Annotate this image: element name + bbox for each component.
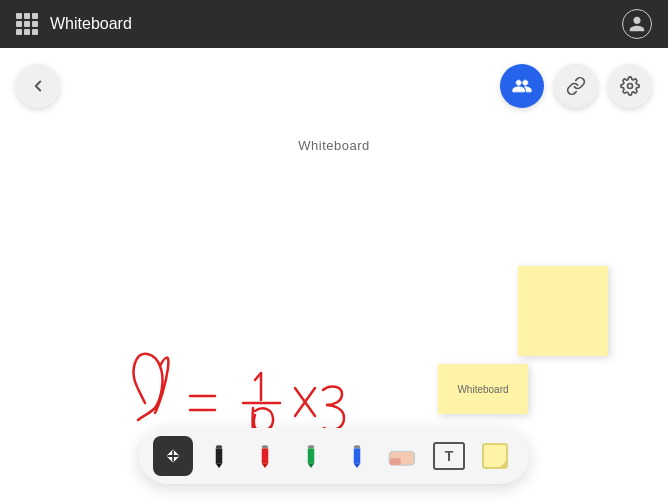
black-pen-button[interactable] [199, 436, 239, 476]
bottom-toolbar: T [139, 428, 529, 484]
participants-button[interactable] [500, 64, 544, 108]
svg-rect-15 [308, 448, 315, 463]
svg-rect-21 [390, 458, 401, 465]
svg-marker-16 [308, 464, 315, 468]
svg-rect-18 [354, 448, 361, 463]
eraser-button[interactable] [383, 436, 423, 476]
sticky-note-1[interactable] [518, 266, 608, 356]
sticky-note-2[interactable]: Whiteboard [438, 364, 528, 414]
svg-point-0 [628, 84, 633, 89]
black-pen-icon [206, 437, 232, 475]
sticky-note-icon [479, 440, 511, 472]
settings-button[interactable] [608, 64, 652, 108]
green-pen-button[interactable] [291, 436, 331, 476]
svg-rect-12 [262, 448, 269, 463]
svg-rect-11 [262, 445, 269, 448]
svg-marker-19 [354, 464, 361, 468]
move-icon [162, 445, 184, 467]
eraser-icon [385, 438, 421, 474]
share-button[interactable] [554, 64, 598, 108]
topbar: Whiteboard [0, 0, 668, 48]
move-tool-button[interactable] [153, 436, 193, 476]
canvas-label: Whiteboard [298, 138, 369, 153]
grid-icon[interactable] [16, 13, 38, 35]
red-pen-icon [252, 437, 278, 475]
top-actions [16, 64, 652, 108]
text-tool-button[interactable]: T [429, 436, 469, 476]
svg-rect-9 [216, 448, 223, 463]
back-button[interactable] [16, 64, 60, 108]
green-pen-icon [298, 437, 324, 475]
text-box-icon: T [433, 442, 465, 470]
blue-pen-button[interactable] [337, 436, 377, 476]
svg-marker-13 [262, 464, 269, 468]
blue-pen-icon [344, 437, 370, 475]
svg-marker-10 [216, 464, 223, 468]
canvas-area[interactable]: Whiteboard Whiteboard [0, 48, 668, 504]
svg-rect-8 [216, 445, 223, 448]
user-icon[interactable] [622, 9, 652, 39]
svg-rect-17 [354, 445, 361, 448]
sticky-note-2-label: Whiteboard [457, 384, 508, 395]
right-actions [500, 64, 652, 108]
red-pen-button[interactable] [245, 436, 285, 476]
app-title: Whiteboard [50, 15, 622, 33]
svg-rect-14 [308, 445, 315, 448]
svg-line-7 [295, 388, 315, 416]
sticky-note-tool-button[interactable] [475, 436, 515, 476]
svg-line-6 [295, 388, 315, 416]
svg-line-5 [255, 373, 261, 380]
